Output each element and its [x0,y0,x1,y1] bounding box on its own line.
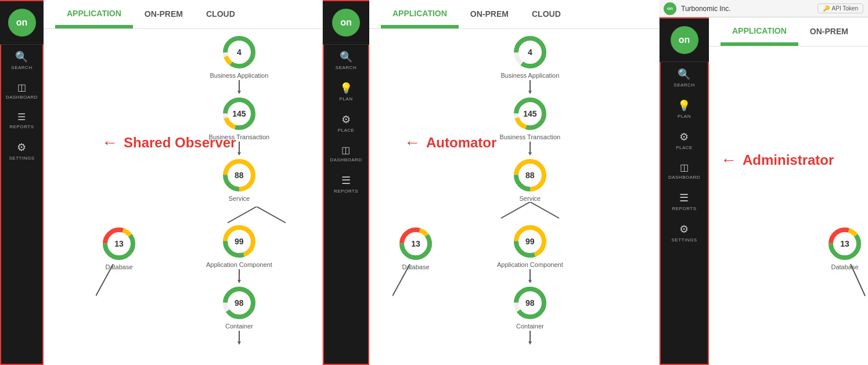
label-service-p1: Service [229,195,250,202]
sidebar-item-dashboard[interactable]: ◫ DASHBOARD [1,76,42,106]
sidebar-label-search-auto: SEARCH [336,65,356,70]
connector3-p2: ▼ [530,269,531,280]
search-icon-admin: 🔍 [678,68,691,81]
reports-icon: ☰ [17,111,26,122]
header-tabs-panel3: APPLICATION ON-PREM [709,17,868,46]
sidebar-item-search-admin[interactable]: 🔍 SEARCH [661,62,708,93]
tab-cloud-p1[interactable]: CLOUD [195,0,247,28]
tab-application-p1[interactable]: APPLICATION [55,0,133,28]
sidebar-item-reports-auto[interactable]: ☰ REPORTS [324,168,368,200]
value-biz-app-p2: 4 [528,48,532,57]
label-app-comp-p2: Application Component [497,261,563,268]
key-icon: 🔑 [823,5,830,12]
sidebar-label-search: SEARCH [11,65,32,70]
annotation-automator: ← Automator [404,133,496,152]
sidebar-label-plan-admin: PLAN [678,114,691,119]
tab-onprem-p2[interactable]: ON-PREM [459,0,520,28]
sidebar-item-search[interactable]: 🔍 SEARCH [1,45,42,76]
panel-automator: on 🔍 SEARCH 💡 PLAN ⚙ PLACE ◫ DASHBOARD ☰ [322,0,659,365]
main-container: on 🔍 SEARCH ◫ DASHBOARD ☰ REPORTS ⚙ SETT… [0,0,868,365]
sidebar-item-settings-admin[interactable]: ⚙ SETTINGS [661,217,708,248]
annotation-administrator: ← Administrator [721,151,834,169]
logo-automator[interactable]: on [323,1,369,45]
fork-p2 [513,202,548,219]
sidebar-label-settings-admin: SETTINGS [671,237,697,243]
tab-application-p2[interactable]: APPLICATION [381,0,459,28]
svg-line-9 [228,207,257,223]
connector2-p2: ▼ [530,142,531,152]
sidebar-item-plan-auto[interactable]: 💡 PLAN [324,76,368,107]
reports-icon-auto: ☰ [341,174,351,187]
db-connector-p3 [833,264,868,299]
donut-service-p2: 88 [513,158,548,193]
db-connector-p1 [96,264,131,299]
panel-administrator: on Turbonomic Inc. 🔑 API Token on 🔍 SEAR… [659,0,868,365]
tab-application-p3[interactable]: APPLICATION [721,17,798,46]
connector1-p2: ▼ [530,80,531,91]
header-tabs-panel1: APPLICATION ON-PREM CLOUD [44,0,322,29]
value-service-p1: 88 [235,171,244,180]
node-app-comp-p1: 99 Application Component [206,224,272,268]
label-biz-txn-p2: Business Transaction [500,133,561,140]
on-logo-admin: on [671,26,698,54]
sidebar-item-dashboard-admin[interactable]: ◫ DASHBOARD [661,156,708,186]
node-container-p2: 98 Container [513,286,548,330]
svg-line-10 [257,207,286,223]
donut-biz-txn-p1: 145 [222,96,257,131]
place-icon-admin: ⚙ [679,131,689,143]
connector4-p2: ▼ [530,331,531,341]
value-database-p2: 13 [411,239,420,248]
sidebar-item-settings[interactable]: ⚙ SETTINGS [1,135,42,167]
api-token-button[interactable]: 🔑 API Token [817,3,863,13]
supply-chain-p2: 4 Business Application ▼ 145 [497,35,563,342]
donut-container-p2: 98 [513,286,548,320]
value-container-p1: 98 [235,298,244,308]
fork-svg-p2 [495,202,565,219]
label-container-p1: Container [225,323,253,330]
label-biz-app-p1: Business Application [210,72,268,79]
sidebar-item-place-admin[interactable]: ⚙ PLACE [661,125,708,156]
node-service-p2: 88 Service [513,158,548,202]
company-name: Turbonomic Inc. [681,5,731,13]
tab-cloud-p2[interactable]: CLOUD [520,0,572,28]
svg-line-45 [851,264,865,296]
value-container-p2: 98 [525,298,535,308]
donut-container-p1: 98 [222,286,257,320]
sidebar-item-reports-admin[interactable]: ☰ REPORTS [661,186,708,217]
donut-biz-app-p1: 4 [222,35,257,70]
sidebar-item-search-auto[interactable]: 🔍 SEARCH [324,45,368,76]
connector2-p1: ▼ [239,142,240,152]
fork-svg-p1 [222,207,291,224]
donut-app-comp-p2: 99 [513,224,548,259]
node-biz-app-p1: 4 Business Application [210,35,268,79]
sidebar-item-plan-admin[interactable]: 💡 PLAN [661,93,708,125]
logo-administrator[interactable]: on [660,19,709,62]
sidebar-label-dashboard-admin: DASHBOARD [668,175,700,180]
donut-biz-app-p2: 4 [513,35,548,70]
connector3-p1: ▼ [239,269,240,280]
svg-line-20 [96,264,113,296]
sidebar-item-dashboard-auto[interactable]: ◫ DASHBOARD [324,139,368,168]
sidebar-label-reports-admin: REPORTS [672,206,696,211]
sidebar-item-reports[interactable]: ☰ REPORTS [1,106,42,135]
dashboard-icon: ◫ [17,82,27,93]
place-icon-auto: ⚙ [341,113,351,126]
node-biz-txn-p1: 145 Business Transaction [209,96,270,140]
sidebar-automator: on 🔍 SEARCH 💡 PLAN ⚙ PLACE ◫ DASHBOARD ☰ [323,0,369,365]
svg-line-30 [530,202,559,218]
svg-line-29 [501,202,530,218]
connector4-p1: ▼ [239,331,240,341]
top-header-bar: on Turbonomic Inc. 🔑 API Token [659,0,868,17]
supply-chain-p1: 4 Business Application ▼ 145 [206,35,272,342]
value-app-comp-p1: 99 [235,237,244,246]
tab-onprem-p3[interactable]: ON-PREM [798,17,860,46]
sidebar-item-place-auto[interactable]: ⚙ PLACE [324,107,368,139]
label-container-p2: Container [516,323,544,330]
sidebar-label-dashboard: DASHBOARD [6,95,38,100]
tab-onprem-p1[interactable]: ON-PREM [133,0,195,28]
reports-icon-admin: ☰ [679,191,689,204]
content-administrator: APPLICATION ON-PREM ← Administrator [709,17,868,365]
logo-shared-observer[interactable]: on [0,1,44,45]
dashboard-icon-auto: ◫ [341,144,351,156]
plan-icon-auto: 💡 [340,82,353,95]
